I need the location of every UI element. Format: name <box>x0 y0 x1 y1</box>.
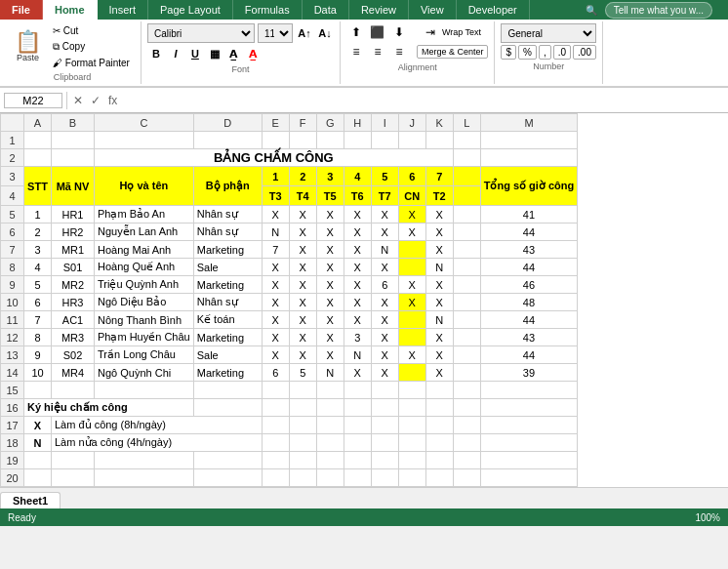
cell-L5[interactable] <box>453 206 480 224</box>
cell-H17[interactable] <box>344 417 371 434</box>
cell-K10[interactable]: X <box>425 294 453 311</box>
cell-C5[interactable]: Phạm Bảo An <box>95 206 194 224</box>
cell-I20[interactable] <box>371 469 398 487</box>
cell-K16[interactable] <box>425 399 453 417</box>
cell-G7[interactable]: X <box>316 241 344 259</box>
formula-input[interactable] <box>123 94 724 107</box>
col-header-M[interactable]: M <box>480 114 578 132</box>
cell-I16[interactable] <box>371 399 398 417</box>
cell-L18[interactable] <box>453 434 480 452</box>
col-header-K[interactable]: K <box>425 114 453 132</box>
cell-K4[interactable]: T2 <box>425 186 453 206</box>
cell-L3[interactable] <box>453 167 480 186</box>
cell-I10[interactable]: X <box>371 294 398 311</box>
cell-G1[interactable] <box>316 132 344 149</box>
cell-legend-header[interactable]: Ký hiệu chấm công <box>24 399 194 417</box>
tab-page-layout[interactable]: Page Layout <box>148 0 233 20</box>
cell-A10[interactable]: 6 <box>24 294 52 311</box>
cell-M15[interactable] <box>480 382 578 399</box>
cell-F9[interactable]: X <box>289 276 316 294</box>
cell-G3[interactable]: 3 <box>316 167 344 186</box>
cell-D10[interactable]: Nhân sự <box>193 294 262 311</box>
cell-M20[interactable] <box>480 469 578 487</box>
cell-J18[interactable] <box>398 434 425 452</box>
cell-L13[interactable] <box>453 346 480 364</box>
cell-H16[interactable] <box>344 399 371 417</box>
format-painter-button[interactable]: 🖌 Format Painter <box>48 56 135 70</box>
fill-color-button[interactable]: A̲ <box>225 45 243 62</box>
cell-G17[interactable] <box>316 417 344 434</box>
tab-review[interactable]: Review <box>349 0 409 20</box>
cell-L15[interactable] <box>453 382 480 399</box>
cell-I19[interactable] <box>371 452 398 469</box>
cell-A15[interactable] <box>24 382 52 399</box>
cell-H18[interactable] <box>344 434 371 452</box>
cell-G9[interactable]: X <box>316 276 344 294</box>
col-header-C[interactable]: C <box>95 114 194 132</box>
cell-I12[interactable]: X <box>371 329 398 346</box>
cell-K11[interactable]: N <box>425 311 453 329</box>
tab-data[interactable]: Data <box>303 0 349 20</box>
cell-F19[interactable] <box>289 452 316 469</box>
cell-B3[interactable]: Mã NV <box>52 167 95 206</box>
cell-G4[interactable]: T5 <box>316 186 344 206</box>
cell-K13[interactable]: X <box>425 346 453 364</box>
cut-button[interactable]: ✂ Cut <box>48 23 135 38</box>
cell-M16[interactable] <box>480 399 578 417</box>
cell-I7[interactable]: N <box>371 241 398 259</box>
border-button[interactable]: ▦ <box>206 45 223 62</box>
cell-H5[interactable]: X <box>344 206 371 224</box>
cell-I18[interactable] <box>371 434 398 452</box>
percent-button[interactable]: % <box>518 45 537 60</box>
cell-M13[interactable]: 44 <box>480 346 578 364</box>
cell-H1[interactable] <box>344 132 371 149</box>
cell-B19[interactable] <box>52 452 95 469</box>
cell-B1[interactable] <box>52 132 95 149</box>
cell-D13[interactable]: Sale <box>193 346 262 364</box>
cell-A8[interactable]: 4 <box>24 259 52 276</box>
cell-A9[interactable]: 5 <box>24 276 52 294</box>
cell-D11[interactable]: Kế toán <box>193 311 262 329</box>
tab-developer[interactable]: Developer <box>457 0 530 20</box>
cell-L1[interactable] <box>453 132 480 149</box>
cell-H12[interactable]: 3 <box>344 329 371 346</box>
cell-A5[interactable]: 1 <box>24 206 52 224</box>
cell-H9[interactable]: X <box>344 276 371 294</box>
cell-M3[interactable]: Tổng số giờ công <box>480 167 578 206</box>
align-right-button[interactable]: ≡ <box>389 43 409 61</box>
align-center-button[interactable]: ≡ <box>368 43 387 61</box>
cell-A20[interactable] <box>24 469 52 487</box>
cell-F18[interactable] <box>289 434 316 452</box>
cell-title[interactable]: BẢNG CHẤM CÔNG <box>95 149 454 167</box>
cell-A13[interactable]: 9 <box>24 346 52 364</box>
tab-view[interactable]: View <box>409 0 457 20</box>
cell-J17[interactable] <box>398 417 425 434</box>
cell-B10[interactable]: HR3 <box>52 294 95 311</box>
cell-D5[interactable]: Nhân sự <box>193 206 262 224</box>
cell-E4[interactable]: T3 <box>262 186 289 206</box>
cell-B14[interactable]: MR4 <box>52 364 95 382</box>
cell-M8[interactable]: 44 <box>480 259 578 276</box>
cell-G13[interactable]: X <box>316 346 344 364</box>
cell-A18[interactable]: N <box>24 434 52 452</box>
cell-B2[interactable] <box>52 149 95 167</box>
cell-G6[interactable]: X <box>316 224 344 241</box>
cell-B5[interactable]: HR1 <box>52 206 95 224</box>
cell-E19[interactable] <box>262 452 289 469</box>
cell-B11[interactable]: AC1 <box>52 311 95 329</box>
cell-G8[interactable]: X <box>316 259 344 276</box>
col-header-I[interactable]: I <box>371 114 398 132</box>
col-header-B[interactable]: B <box>52 114 95 132</box>
cell-E7[interactable]: 7 <box>262 241 289 259</box>
cell-J13[interactable]: X <box>398 346 425 364</box>
cell-L7[interactable] <box>453 241 480 259</box>
cell-E8[interactable]: X <box>262 259 289 276</box>
cell-C20[interactable] <box>95 469 194 487</box>
col-header-D[interactable]: D <box>193 114 262 132</box>
col-header-L[interactable]: L <box>453 114 480 132</box>
cell-L2[interactable] <box>453 149 480 167</box>
align-middle-button[interactable]: ⬛ <box>368 23 387 41</box>
cell-L20[interactable] <box>453 469 480 487</box>
cell-F1[interactable] <box>289 132 316 149</box>
cell-C13[interactable]: Trần Long Châu <box>95 346 194 364</box>
